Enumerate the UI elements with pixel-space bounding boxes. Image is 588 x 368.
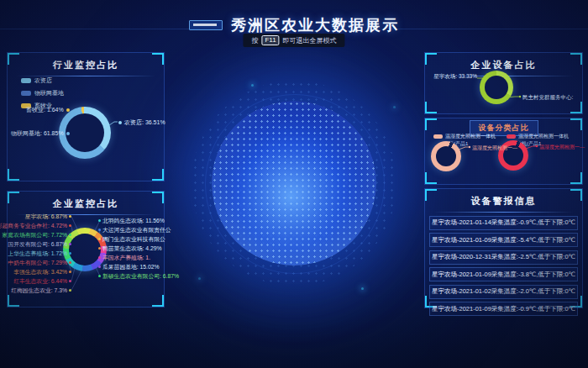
dot-marker [69, 280, 71, 282]
dot-marker [69, 261, 71, 264]
dot-marker [66, 108, 70, 112]
legend-item[interactable]: 温湿度光照检测一体机 [507, 133, 569, 140]
legend-item[interactable]: 温湿度光照检测一体机 [433, 133, 496, 140]
chart-label: 星宇农场: 33.33% [430, 73, 477, 81]
f11-keycap: F11 [261, 35, 279, 45]
chart-label: 瓜果苗园基地: 15.02% [98, 262, 162, 271]
glow-dot [393, 106, 396, 108]
chart-label: 农资店: 36.51% [118, 118, 165, 127]
divider [433, 212, 574, 213]
dot-marker [118, 121, 122, 124]
enterprise-labels-right: 北羽鸽生态农场: 11.56% 大运河生态农业有限责任公 陶门生态农业科技有限公… [98, 216, 162, 281]
dot-marker [69, 215, 71, 218]
chart-label: 大运河生态农业有限责任公 [98, 225, 162, 234]
legend-item[interactable]: 农资店 [21, 76, 64, 85]
dot-marker [98, 256, 101, 259]
chart-label: 中奶牛有限公司: 7.29% [9, 258, 71, 267]
dot-marker [98, 238, 101, 240]
dot-marker [98, 247, 101, 250]
dot-marker [69, 289, 71, 292]
chart-label: 民主村党群服务中心: [522, 94, 580, 102]
legend-item[interactable]: 物联网基地 [21, 89, 64, 97]
legend-swatch [21, 91, 31, 96]
chart-label: 红丰生态农业: 6.44% [9, 276, 71, 286]
panel-device-class-ratio: 设备分类占比 温湿度光照检测一体机 一体机(产品1 温湿度光照检测一体机 一体机… [424, 118, 583, 185]
chart-label: 红梅园生态农业: 7.3% [9, 286, 71, 295]
panel-enterprise-equipment-ratio: 企业设备占比 星宇农场: 33.33% 民主村党群服务中心: [424, 52, 583, 114]
alarm-row: 星宇农场-2021-01-09采集温度:-5.4℃,低于下限:0℃ [429, 233, 578, 247]
dot-marker [69, 234, 71, 236]
dot-marker [69, 224, 71, 227]
dot-marker [69, 271, 71, 273]
chart-label: 丰国水产养殖场: 1. [98, 253, 162, 262]
panel-title: 设备警报信息 [425, 189, 582, 208]
glow-dot [361, 287, 364, 290]
glow-dot [251, 84, 254, 87]
enterprise-labels-left: 星宇农场: 6.87% 彩超商务专业合作社: 4.72% 家庭农场有限公司: 7… [9, 212, 71, 295]
legend-label: 农资店 [34, 76, 52, 85]
device-class-donut-left[interactable] [431, 141, 461, 171]
panel-enterprise-monitor-ratio: 企业监控占比 星宇农场: 6.87% 彩超商务专业合作社: 4.72% 家庭农场… [7, 191, 165, 308]
legend-swatch [433, 134, 443, 139]
dot-marker [66, 132, 70, 135]
chart-label: 物联网基地: 61.85% [11, 129, 70, 138]
panel-industry-monitor-ratio: 行业监控占比 农资店 物联网基地 畜牧业 畜牧业: 1.64% 农资店: 36.… [7, 52, 165, 181]
chart-label: 温湿度光照检测一— [472, 145, 517, 152]
chart-label: 李强生态农场: 3.42% [9, 267, 71, 276]
brand-logo [189, 20, 223, 30]
dot-marker [98, 229, 101, 231]
panel-title: 企业设备占比 [425, 53, 582, 71]
header: 秀洲区农业大数据展示 [0, 15, 588, 35]
equipment-donut-chart[interactable] [480, 71, 513, 104]
glow-dot [198, 277, 201, 280]
alarm-row: 星宇农场-2021-01-14采集温度:-0.9℃,低于下限:0℃ [429, 216, 578, 230]
chart-label: 畜牧业: 1.64% [26, 106, 70, 114]
legend-swatch [21, 78, 31, 83]
industry-legend: 农资店 物联网基地 畜牧业 [21, 76, 64, 110]
chart-label: 国开发有限公司: 6.87% [9, 239, 71, 249]
hint-prefix: 按 [251, 36, 258, 45]
chart-label: 陶门生态农业科技有限公 [98, 234, 162, 244]
panel-title: 行业监控占比 [8, 53, 164, 71]
globe [212, 101, 376, 265]
dot-marker [98, 219, 101, 222]
legend-label: 物联网基地 [34, 89, 64, 97]
fullscreen-hint: 按 F11 即可退出全屏模式 [243, 34, 344, 47]
dot-marker [98, 265, 101, 268]
alarm-row: 星宇农场-2021-01-02采集温度:-2.0℃,低于下限:0℃ [429, 285, 578, 299]
chart-label: 新硕生态农业有限公司: 6.87% [98, 271, 162, 281]
hint-suffix: 即可退出全屏模式 [283, 36, 337, 45]
legend-swatch [507, 134, 516, 139]
chart-label: 北羽鸽生态农场: 11.56% [98, 216, 162, 225]
chart-label: 家庭农场有限公司: 7.72% [9, 230, 71, 239]
chart-label: 星宇农场: 6.87% [9, 212, 71, 221]
dot-marker [69, 252, 71, 255]
chart-label: 鸭苗菜生态农场: 4.29% [98, 244, 162, 253]
chart-label: 彩超商务专业合作社: 4.72% [9, 221, 71, 230]
alarm-row: 星宇农场-2021-01-09采集温度:-3.8℃,低于下限:0℃ [429, 267, 578, 281]
alarm-row: 星宇农场-2021-01-09采集温度:-0.9℃,低于下限:0℃ [429, 302, 578, 316]
chart-label: 上华生态养殖场: 1.72% [9, 249, 71, 258]
dot-marker [98, 275, 101, 277]
panel-title: 企业监控占比 [8, 192, 164, 210]
page-title: 秀洲区农业大数据展示 [231, 15, 399, 35]
alarm-row: 星宇农场-2020-12-31采集温度:-2.5℃,低于下限:0℃ [429, 250, 578, 265]
chart-label: 温湿度光照检测一— [539, 144, 585, 151]
dot-marker [69, 243, 71, 245]
panel-device-alarms: 设备警报信息 星宇农场-2021-01-14采集温度:-0.9℃,低于下限:0℃… [424, 188, 583, 308]
